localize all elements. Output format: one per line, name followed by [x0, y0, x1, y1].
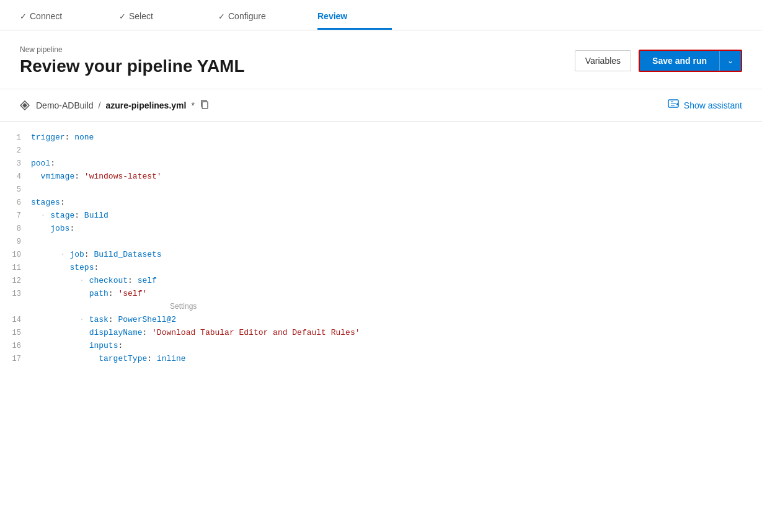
copy-icon[interactable] [200, 99, 210, 112]
line-content-16: inputs: [31, 340, 762, 353]
step-configure-label: Configure [228, 11, 266, 21]
line-content-3: pool: [31, 157, 762, 171]
line-number-13: 13 [0, 288, 31, 300]
variables-button[interactable]: Variables [575, 50, 631, 71]
line-number-8: 8 [0, 223, 31, 235]
code-line-5: 5 [0, 184, 762, 197]
breadcrumb: New pipeline [20, 45, 245, 54]
line-content-7: · stage: Build [31, 210, 762, 223]
check-icon-configure: ✓ [218, 12, 225, 21]
line-number-7: 7 [0, 210, 31, 222]
code-editor[interactable]: 1 trigger: none 2 3 pool: 4 vmimage: 'wi… [0, 122, 762, 376]
code-line-7: 7 · stage: Build [0, 210, 762, 223]
code-line-1: 1 trigger: none [0, 131, 762, 144]
line-content-11: steps: [31, 262, 762, 275]
code-line-12: 12 · checkout: self [0, 275, 762, 288]
step-select-label: Select [129, 11, 153, 21]
editor-toolbar: Demo-ADBuild / azure-pipelines.yml * Sho… [0, 89, 762, 122]
line-number-10: 10 [0, 249, 31, 261]
header-left: New pipeline Review your pipeline YAML [20, 45, 245, 76]
line-number-15: 15 [0, 327, 31, 339]
line-number-settings [0, 301, 31, 301]
line-number-14: 14 [0, 314, 31, 326]
line-content-settings: Settings [31, 301, 762, 314]
line-number-9: 9 [0, 236, 31, 248]
save-run-chevron-button[interactable]: ⌄ [719, 51, 741, 71]
line-number-5: 5 [0, 184, 31, 196]
code-line-10: 10 · job: Build_Datasets [0, 249, 762, 262]
step-connect[interactable]: ✓ Connect [20, 11, 119, 30]
code-line-8: 8 jobs: [0, 223, 762, 236]
line-number-17: 17 [0, 353, 31, 365]
line-content-1: trigger: none [31, 131, 762, 144]
line-number-6: 6 [0, 197, 31, 209]
code-line-17: 17 targetType: inline [0, 353, 762, 366]
code-line-15: 15 displayName: 'Download Tabular Editor… [0, 327, 762, 340]
line-number-2: 2 [0, 144, 31, 157]
line-content-15: displayName: 'Download Tabular Editor an… [31, 327, 762, 340]
step-select[interactable]: ✓ Select [119, 11, 218, 30]
check-icon-select: ✓ [119, 12, 126, 21]
show-assistant-label: Show assistant [684, 100, 742, 110]
line-content-14: · task: PowerShell@2 [31, 314, 762, 327]
code-line-9: 9 [0, 236, 762, 249]
step-connect-label: Connect [30, 11, 62, 21]
show-assistant-area[interactable]: Show assistant [668, 98, 742, 112]
code-line-3: 3 pool: [0, 157, 762, 171]
code-line-14: 14 · task: PowerShell@2 [0, 314, 762, 327]
line-content-17: targetType: inline [31, 353, 762, 366]
line-number-12: 12 [0, 275, 31, 287]
code-line-4: 4 vmimage: 'windows-latest' [0, 171, 762, 184]
modified-indicator: * [191, 100, 194, 110]
editor-area: Demo-ADBuild / azure-pipelines.yml * Sho… [0, 89, 762, 376]
repo-icon [20, 100, 30, 110]
line-number-3: 3 [0, 157, 31, 170]
line-content-6: stages: [31, 197, 762, 210]
code-line-11: 11 steps: [0, 262, 762, 275]
header-right: Variables Save and run ⌄ [575, 50, 742, 72]
step-review-label: Review [317, 11, 347, 21]
repo-name: Demo-ADBuild [36, 100, 94, 110]
line-number-1: 1 [0, 131, 31, 144]
page-title: Review your pipeline YAML [20, 56, 245, 76]
save-run-wrapper: Save and run ⌄ [639, 50, 742, 72]
line-content-10: · job: Build_Datasets [31, 249, 762, 262]
line-content-4: vmimage: 'windows-latest' [31, 171, 762, 184]
line-content-13: path: 'self' [31, 288, 762, 301]
editor-toolbar-left: Demo-ADBuild / azure-pipelines.yml * [20, 99, 210, 112]
line-content-8: jobs: [31, 223, 762, 236]
save-and-run-button[interactable]: Save and run [640, 51, 719, 71]
check-icon-connect: ✓ [20, 12, 27, 21]
code-line-6: 6 stages: [0, 197, 762, 210]
file-separator: / [99, 100, 101, 110]
show-assistant-icon [668, 98, 679, 112]
line-number-11: 11 [0, 262, 31, 274]
wizard-steps: ✓ Connect ✓ Select ✓ Configure Review [0, 0, 762, 30]
svg-rect-0 [202, 102, 208, 109]
file-name: azure-pipelines.yml [105, 100, 186, 110]
code-line-16: 16 inputs: [0, 340, 762, 353]
settings-tooltip-line: Settings [0, 301, 762, 314]
step-review[interactable]: Review [317, 11, 392, 30]
chevron-down-icon: ⌄ [727, 56, 733, 65]
line-number-16: 16 [0, 340, 31, 352]
line-number-4: 4 [0, 171, 31, 183]
code-line-2: 2 [0, 144, 762, 157]
code-line-13: 13 path: 'self' [0, 288, 762, 301]
page-header: New pipeline Review your pipeline YAML V… [0, 30, 762, 89]
step-configure[interactable]: ✓ Configure [218, 11, 317, 30]
line-content-12: · checkout: self [31, 275, 762, 288]
